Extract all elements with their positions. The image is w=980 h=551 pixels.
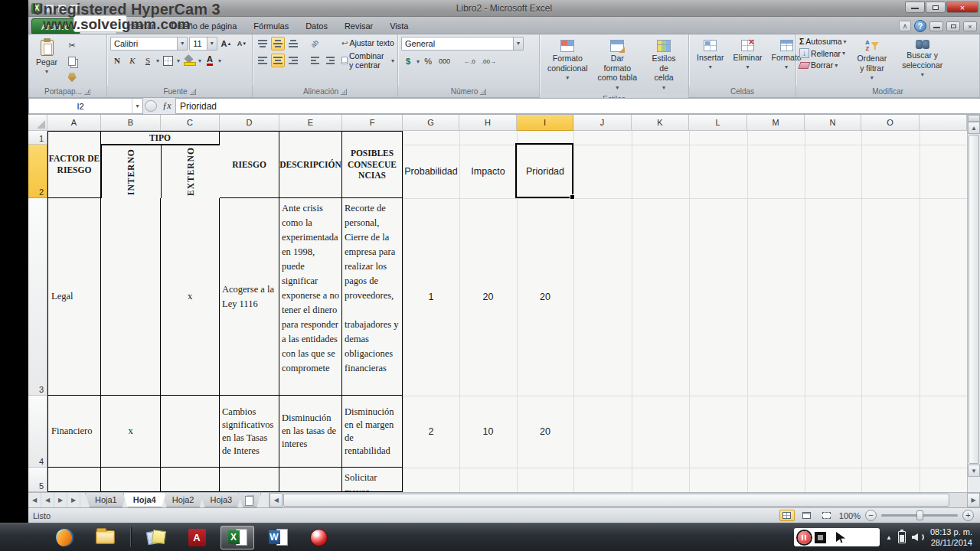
cell-a5[interactable]: [47, 468, 101, 492]
prev-sheet-icon[interactable]: ◀: [41, 493, 54, 507]
fill-color-dropdown[interactable]: ▾: [198, 57, 201, 64]
cell-h3[interactable]: 20: [459, 198, 517, 396]
increase-decimal-button[interactable]: ←.0: [462, 54, 478, 68]
cell-d1-riesgo[interactable]: RIESGO: [220, 131, 279, 198]
bold-button[interactable]: N: [110, 54, 124, 67]
column-header-i-selected[interactable]: I: [517, 115, 573, 131]
dialog-launcher-icon[interactable]: [341, 89, 347, 95]
zoom-slider-thumb[interactable]: [916, 510, 923, 520]
row-header-1[interactable]: 1: [28, 131, 47, 145]
column-header-c[interactable]: C: [161, 115, 220, 131]
wrap-text-button[interactable]: ↩ Ajustar texto: [341, 38, 394, 47]
taskbar-sticky-notes-button[interactable]: [139, 526, 173, 549]
sheet-tab-hoja2[interactable]: Hoja2: [162, 493, 204, 507]
align-top-button[interactable]: [256, 37, 270, 51]
select-all-corner[interactable]: [28, 115, 47, 131]
cell-f3[interactable]: Recorte de personal, Cierre de la empres…: [342, 198, 403, 396]
fill-button[interactable]: ↓ Rellenar ▾: [799, 48, 847, 58]
align-middle-button[interactable]: [271, 37, 285, 51]
format-painter-button[interactable]: [65, 70, 79, 84]
zoom-slider[interactable]: [881, 514, 958, 517]
font-name-select[interactable]: Calibri ▾: [110, 37, 188, 51]
currency-button[interactable]: $: [401, 54, 415, 68]
cell-c2-externo[interactable]: EXTERNO: [161, 145, 220, 198]
doc-close-button[interactable]: ×: [963, 21, 977, 31]
cell-a3[interactable]: Legal: [47, 198, 101, 396]
decrease-decimal-button[interactable]: .00→: [479, 54, 498, 68]
scroll-left-icon[interactable]: ◀: [270, 493, 283, 507]
taskbar-hypercam-button[interactable]: [302, 526, 335, 549]
taskbar-clock[interactable]: 08:13 p. m. 28/11/2014: [930, 527, 972, 548]
vertical-scrollbar[interactable]: ▲ ▼: [967, 115, 980, 492]
decrease-indent-button[interactable]: [308, 54, 322, 67]
merge-center-button[interactable]: Combinar y centrar ▾: [341, 51, 394, 70]
scroll-down-icon[interactable]: ▼: [968, 465, 980, 477]
column-header-o[interactable]: O: [861, 115, 920, 131]
cell-c5[interactable]: [161, 468, 220, 492]
cell-f4[interactable]: Disminución en el margen de rentabilidad: [342, 396, 403, 468]
row-header-4[interactable]: 4: [28, 396, 47, 468]
cell-e5[interactable]: [279, 468, 342, 492]
align-bottom-button[interactable]: [286, 37, 300, 51]
orientation-button[interactable]: ab: [305, 34, 324, 53]
percent-button[interactable]: %: [421, 54, 435, 68]
zoom-in-button[interactable]: +: [962, 510, 974, 521]
align-left-button[interactable]: [256, 54, 270, 67]
fill-color-button[interactable]: [181, 54, 197, 67]
pause-recording-icon[interactable]: [798, 531, 811, 544]
clear-button[interactable]: Borrar ▾: [799, 60, 847, 70]
copy-button[interactable]: [65, 54, 79, 68]
column-header-e[interactable]: E: [279, 115, 342, 131]
column-header-partial[interactable]: [920, 115, 967, 131]
thousands-button[interactable]: 000: [436, 54, 452, 68]
zoom-out-button[interactable]: −: [865, 510, 877, 521]
doc-restore-button[interactable]: [946, 21, 960, 31]
view-normal-button[interactable]: [779, 510, 795, 521]
increase-indent-button[interactable]: [323, 54, 337, 67]
horizontal-scroll-thumb[interactable]: [283, 494, 949, 507]
column-header-g[interactable]: G: [403, 115, 459, 131]
cell-styles-button[interactable]: Estilos de celda ▾: [642, 37, 685, 94]
cell-f1-posibles-consecuencias[interactable]: POSIBLES CONSECUE NCIAS: [342, 131, 403, 198]
font-size-select[interactable]: 11 ▾: [189, 37, 217, 51]
cell-d3[interactable]: Acogerse a la Ley 1116: [220, 198, 279, 396]
align-center-button[interactable]: [271, 54, 285, 67]
sheet-tab-hoja4-active[interactable]: Hoja4: [123, 493, 166, 507]
insert-worksheet-tab[interactable]: [238, 493, 261, 507]
cell-a1-factor-de-riesgo[interactable]: FACTOR DE RIESGO: [47, 131, 101, 198]
minimize-ribbon-icon[interactable]: ∧: [899, 21, 911, 31]
tab-revisar[interactable]: Revisar: [336, 18, 381, 34]
column-header-l[interactable]: L: [689, 115, 747, 131]
paste-button[interactable]: Pegar ▾: [31, 37, 62, 86]
font-color-button[interactable]: A: [203, 54, 217, 67]
cell-i3[interactable]: 20: [517, 198, 573, 396]
format-as-table-button[interactable]: Dar formato como tabla ▾: [593, 37, 643, 94]
name-box[interactable]: I2 ▾: [28, 98, 143, 114]
column-header-d[interactable]: D: [220, 115, 279, 131]
cell-c3[interactable]: x: [161, 198, 220, 396]
tab-formulas[interactable]: Fórmulas: [245, 18, 297, 34]
sheet-tab-hoja1[interactable]: Hoja1: [85, 493, 127, 507]
borders-button[interactable]: [161, 54, 175, 67]
cell-e3[interactable]: Ante crisis como la experimentada en 199…: [279, 198, 342, 396]
doc-minimize-button[interactable]: [929, 21, 943, 31]
currency-dropdown[interactable]: ▾: [416, 58, 420, 65]
find-select-button[interactable]: Buscar y seleccionar ▾: [897, 37, 947, 86]
column-header-m[interactable]: M: [747, 115, 805, 131]
taskbar-excel-button-active[interactable]: X: [220, 526, 254, 549]
taskbar-adobe-reader-button[interactable]: A: [180, 526, 214, 549]
row-header-5[interactable]: 5: [28, 468, 47, 492]
minimize-button[interactable]: [905, 2, 925, 13]
grow-font-button[interactable]: A▲: [219, 37, 234, 51]
italic-button[interactable]: K: [126, 54, 139, 67]
number-format-select[interactable]: General ▾: [401, 37, 524, 51]
tab-datos[interactable]: Datos: [297, 18, 336, 34]
horizontal-scrollbar[interactable]: ◀ ▶: [269, 493, 980, 507]
column-header-a[interactable]: A: [47, 115, 101, 131]
cell-e4[interactable]: Disminución en las tasas de interes: [279, 396, 342, 468]
taskbar-word-button[interactable]: W: [261, 526, 295, 549]
font-color-dropdown[interactable]: ▾: [218, 57, 221, 64]
next-sheet-icon[interactable]: ▶: [54, 493, 67, 507]
autosum-button[interactable]: Σ Autosuma ▾: [799, 37, 847, 46]
formula-input[interactable]: Prioridad: [175, 98, 980, 114]
